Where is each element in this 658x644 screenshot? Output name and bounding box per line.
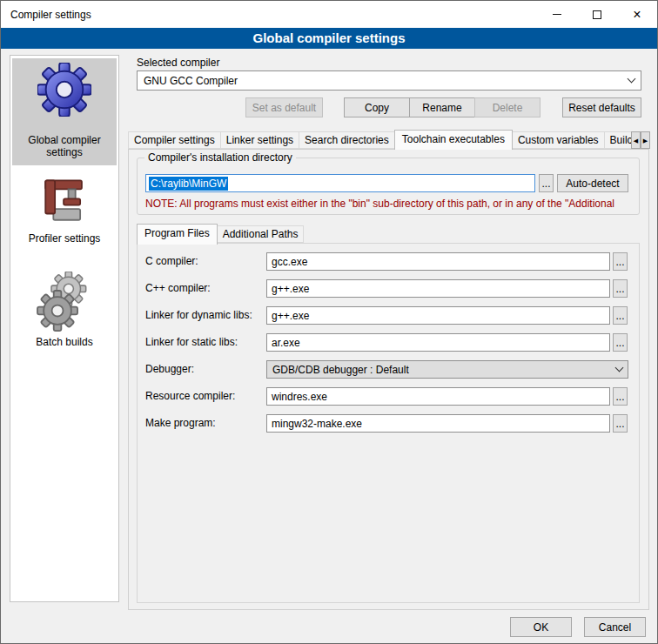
global-compiler-gear-icon bbox=[37, 63, 91, 117]
cpp-compiler-value: g++.exe bbox=[272, 283, 309, 295]
tab-scroll-left-icon[interactable]: ◀ bbox=[631, 131, 641, 149]
tab-scroll-right-icon[interactable]: ▶ bbox=[641, 131, 650, 149]
sidebar-item-batch-builds[interactable]: Batch builds bbox=[12, 272, 117, 362]
make-program-input[interactable]: mingw32-make.exe bbox=[266, 414, 610, 433]
static-linker-input[interactable]: ar.exe bbox=[266, 333, 610, 352]
sidebar-item-global-compiler-settings[interactable]: Global compiler settings bbox=[12, 58, 117, 165]
maximize-button[interactable] bbox=[577, 1, 617, 28]
tab-toolchain-executables[interactable]: Toolchain executables bbox=[394, 130, 513, 150]
bin-directory-note: NOTE: All programs must exist either in … bbox=[145, 198, 634, 210]
titlebar: Compiler settings × bbox=[1, 1, 657, 28]
cpp-compiler-input[interactable]: g++.exe bbox=[266, 279, 610, 298]
debugger-value: GDB/CDB debugger : Default bbox=[272, 364, 409, 376]
make-program-value: mingw32-make.exe bbox=[272, 418, 362, 430]
c-compiler-value: gcc.exe bbox=[272, 256, 307, 268]
selected-compiler-value: GNU GCC Compiler bbox=[144, 75, 238, 87]
sidebar-item-profiler-settings[interactable]: Profiler settings bbox=[12, 176, 117, 252]
sidebar-item-label: Global compiler settings bbox=[12, 134, 117, 158]
field-label: C++ compiler: bbox=[145, 279, 211, 298]
dynamic-linker-row: Linker for dynamic libs: g++.exe ... bbox=[145, 306, 631, 325]
tab-additional-paths[interactable]: Additional Paths bbox=[217, 225, 305, 243]
compiler-settings-tabs: Compiler settings Linker settings Search… bbox=[128, 130, 631, 150]
selected-compiler-dropdown[interactable]: GNU GCC Compiler bbox=[137, 70, 641, 91]
window-title: Compiler settings bbox=[1, 9, 91, 21]
auto-detect-button[interactable]: Auto-detect bbox=[557, 174, 628, 192]
selected-compiler-label: Selected compiler bbox=[137, 57, 219, 69]
caption-buttons: × bbox=[537, 1, 657, 28]
chevron-down-icon bbox=[615, 364, 624, 372]
field-label: Make program: bbox=[145, 414, 216, 433]
program-files-panel: C compiler: gcc.exe ... C++ compiler: g+… bbox=[137, 243, 640, 603]
directory-browse-button[interactable]: ... bbox=[539, 174, 554, 192]
tab-custom-variables[interactable]: Custom variables bbox=[512, 131, 605, 149]
resource-compiler-browse-button[interactable]: ... bbox=[613, 387, 628, 406]
batch-builds-gears-icon bbox=[36, 272, 93, 332]
minimize-icon bbox=[553, 14, 561, 15]
installation-directory-input[interactable]: C:\raylib\MinGW bbox=[145, 174, 535, 192]
c-compiler-input[interactable]: gcc.exe bbox=[266, 252, 610, 271]
sidebar-item-label: Batch builds bbox=[36, 336, 92, 348]
sidebar-item-label: Profiler settings bbox=[29, 232, 101, 245]
field-label: Resource compiler: bbox=[145, 387, 235, 406]
dynamic-linker-input[interactable]: g++.exe bbox=[266, 306, 610, 325]
installation-directory-legend: Compiler's installation directory bbox=[144, 151, 296, 164]
resource-compiler-row: Resource compiler: windres.exe ... bbox=[145, 387, 631, 406]
tab-program-files[interactable]: Program Files bbox=[137, 224, 218, 245]
resource-compiler-input[interactable]: windres.exe bbox=[266, 387, 610, 406]
field-label: Linker for static libs: bbox=[145, 333, 238, 352]
resource-compiler-value: windres.exe bbox=[272, 391, 327, 403]
tab-build-options-clipped[interactable]: Builc bbox=[604, 131, 631, 149]
c-compiler-browse-button[interactable]: ... bbox=[613, 252, 628, 271]
tab-linker-settings[interactable]: Linker settings bbox=[220, 131, 299, 149]
static-linker-row: Linker for static libs: ar.exe ... bbox=[145, 333, 631, 352]
program-tabs: Program Files Additional Paths bbox=[137, 223, 303, 244]
installation-directory-group: Compiler's installation directory C:\ray… bbox=[137, 158, 640, 215]
reset-defaults-button[interactable]: Reset defaults bbox=[562, 97, 641, 117]
dynamic-linker-browse-button[interactable]: ... bbox=[613, 306, 628, 325]
close-icon: × bbox=[633, 10, 641, 20]
installation-directory-selected-text: C:\raylib\MinGW bbox=[149, 177, 228, 191]
static-linker-browse-button[interactable]: ... bbox=[613, 333, 628, 352]
field-label: Debugger: bbox=[145, 360, 194, 379]
make-program-browse-button[interactable]: ... bbox=[613, 414, 628, 433]
c-compiler-row: C compiler: gcc.exe ... bbox=[145, 252, 631, 271]
toolchain-executables-panel: Compiler's installation directory C:\ray… bbox=[128, 149, 649, 610]
cpp-compiler-row: C++ compiler: g++.exe ... bbox=[145, 279, 631, 298]
compiler-settings-dialog: Compiler settings × Global compiler sett… bbox=[0, 0, 658, 644]
field-label: C compiler: bbox=[145, 252, 198, 271]
static-linker-value: ar.exe bbox=[272, 337, 300, 349]
tab-compiler-settings[interactable]: Compiler settings bbox=[128, 131, 221, 149]
rename-button[interactable]: Rename bbox=[409, 97, 475, 117]
tab-search-directories[interactable]: Search directories bbox=[299, 131, 395, 149]
cpp-compiler-browse-button[interactable]: ... bbox=[613, 279, 628, 298]
dynamic-linker-value: g++.exe bbox=[272, 310, 309, 322]
ok-button[interactable]: OK bbox=[510, 617, 572, 637]
cancel-button[interactable]: Cancel bbox=[584, 617, 646, 637]
profiler-clamp-icon bbox=[39, 176, 90, 226]
copy-button[interactable]: Copy bbox=[344, 97, 410, 117]
debugger-select[interactable]: GDB/CDB debugger : Default bbox=[266, 360, 628, 379]
delete-button[interactable]: Delete bbox=[474, 97, 540, 117]
minimize-button[interactable] bbox=[537, 1, 577, 28]
field-label: Linker for dynamic libs: bbox=[145, 306, 252, 325]
maximize-icon bbox=[593, 10, 601, 19]
close-button[interactable]: × bbox=[617, 1, 657, 28]
set-as-default-button[interactable]: Set as default bbox=[245, 97, 323, 117]
debugger-row: Debugger: GDB/CDB debugger : Default bbox=[145, 360, 631, 379]
chevron-down-icon bbox=[628, 75, 636, 84]
settings-category-list: Global compiler settings Profiler settin… bbox=[10, 55, 119, 602]
make-program-row: Make program: mingw32-make.exe ... bbox=[145, 414, 631, 433]
dialog-header-title: Global compiler settings bbox=[1, 28, 657, 49]
